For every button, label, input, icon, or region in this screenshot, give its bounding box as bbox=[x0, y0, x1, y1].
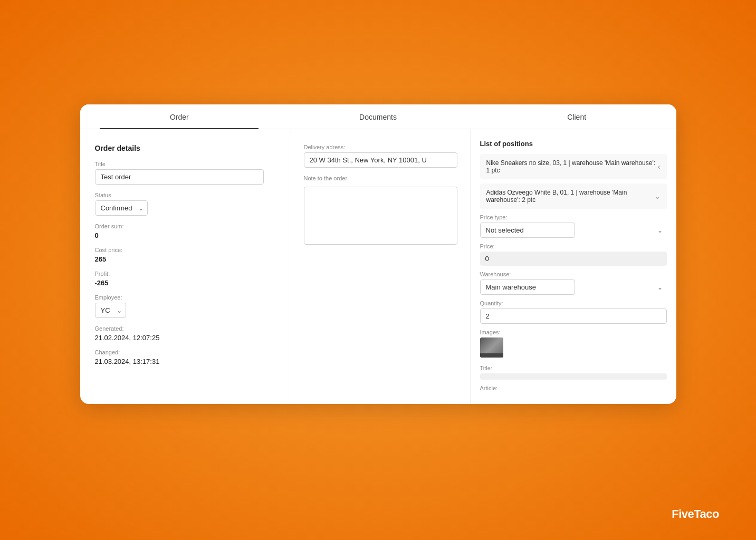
title-input[interactable] bbox=[95, 169, 264, 185]
position-item-1-text: Nike Sneakers no size, 03, 1 | warehouse… bbox=[486, 159, 658, 174]
title-field-row: Title bbox=[95, 161, 276, 185]
price-value: 0 bbox=[480, 252, 667, 266]
quantity-input[interactable] bbox=[480, 308, 667, 324]
changed-value: 21.03.2024, 13:17:31 bbox=[95, 358, 276, 365]
tab-documents[interactable]: Documents bbox=[279, 104, 477, 129]
status-label: Status bbox=[95, 192, 276, 198]
image-thumb-1[interactable] bbox=[480, 338, 503, 358]
position-item-2-expand-icon[interactable]: ⌄ bbox=[654, 192, 661, 200]
status-field-row: Status Confirmed bbox=[95, 192, 276, 216]
employee-select-wrapper: YC bbox=[95, 303, 126, 318]
cost-price-label: Cost price: bbox=[95, 247, 276, 253]
left-panel: Order details Title Status Confirmed Ord… bbox=[80, 129, 291, 404]
tab-bar: Order Documents Client bbox=[80, 104, 676, 129]
price-type-select[interactable]: Not selected bbox=[480, 223, 575, 238]
quantity-label: Quantity: bbox=[480, 300, 667, 306]
note-label: Note to the order: bbox=[304, 175, 457, 181]
employee-field-row: Employee: YC bbox=[95, 294, 276, 318]
profit-value: -265 bbox=[95, 279, 276, 287]
title-label: Title bbox=[95, 161, 276, 167]
warehouse-select-wrapper: Main warehouse bbox=[480, 279, 667, 295]
delivery-field-row: Delivery adress: bbox=[304, 144, 457, 168]
delivery-label: Delivery adress: bbox=[304, 144, 457, 150]
status-select-wrapper: Confirmed bbox=[95, 200, 148, 216]
item-title-value bbox=[480, 373, 667, 380]
generated-value: 21.02.2024, 12:07:25 bbox=[95, 334, 276, 342]
delivery-input[interactable] bbox=[304, 152, 457, 168]
price-type-select-wrapper: Not selected bbox=[480, 223, 667, 238]
generated-label: Generated: bbox=[95, 325, 276, 332]
position-item-2-text: Adidas Ozveego White B, 01, 1 | warehous… bbox=[486, 189, 654, 204]
cost-price-row: Cost price: 265 bbox=[95, 247, 276, 263]
profit-row: Profit: -265 bbox=[95, 271, 276, 287]
warehouse-select[interactable]: Main warehouse bbox=[480, 279, 575, 295]
main-modal: Order Documents Client Order details Tit… bbox=[80, 104, 676, 404]
changed-row: Changed: 21.03.2024, 13:17:31 bbox=[95, 349, 276, 365]
changed-label: Changed: bbox=[95, 349, 276, 355]
note-textarea[interactable] bbox=[304, 187, 457, 245]
images-container bbox=[480, 338, 667, 360]
employee-label: Employee: bbox=[95, 294, 276, 301]
order-sum-label: Order sum: bbox=[95, 223, 276, 229]
generated-row: Generated: 21.02.2024, 12:07:25 bbox=[95, 325, 276, 342]
cost-price-value: 265 bbox=[95, 255, 276, 263]
price-label: Price: bbox=[480, 243, 667, 249]
position-item-1-collapse-icon[interactable]: ‹ bbox=[658, 162, 661, 171]
position-details: Price type: Not selected Price: 0 Wareho… bbox=[480, 214, 667, 391]
position-item-1[interactable]: Nike Sneakers no size, 03, 1 | warehouse… bbox=[480, 154, 667, 179]
warehouse-label: Warehouse: bbox=[480, 271, 667, 277]
middle-panel: Delivery adress: Note to the order: bbox=[291, 129, 471, 404]
fivetaco-logo: FiveTaco bbox=[672, 507, 719, 521]
order-sum-value: 0 bbox=[95, 232, 276, 239]
tab-client[interactable]: Client bbox=[477, 104, 676, 129]
right-panel: List of positions Nike Sneakers no size,… bbox=[471, 129, 676, 404]
tab-order[interactable]: Order bbox=[80, 104, 279, 129]
employee-select[interactable]: YC bbox=[95, 303, 126, 318]
order-sum-row: Order sum: 0 bbox=[95, 223, 276, 239]
position-item-2[interactable]: Adidas Ozveego White B, 01, 1 | warehous… bbox=[480, 184, 667, 209]
list-of-positions-title: List of positions bbox=[480, 140, 667, 148]
images-label: Images: bbox=[480, 329, 667, 335]
status-select[interactable]: Confirmed bbox=[95, 200, 148, 216]
order-details-title: Order details bbox=[95, 144, 276, 152]
article-label: Article: bbox=[480, 385, 667, 391]
item-title-label: Title: bbox=[480, 365, 667, 371]
content-area: Order details Title Status Confirmed Ord… bbox=[80, 129, 676, 404]
note-field-row: Note to the order: bbox=[304, 175, 457, 247]
profit-label: Profit: bbox=[95, 271, 276, 277]
price-type-label: Price type: bbox=[480, 214, 667, 220]
